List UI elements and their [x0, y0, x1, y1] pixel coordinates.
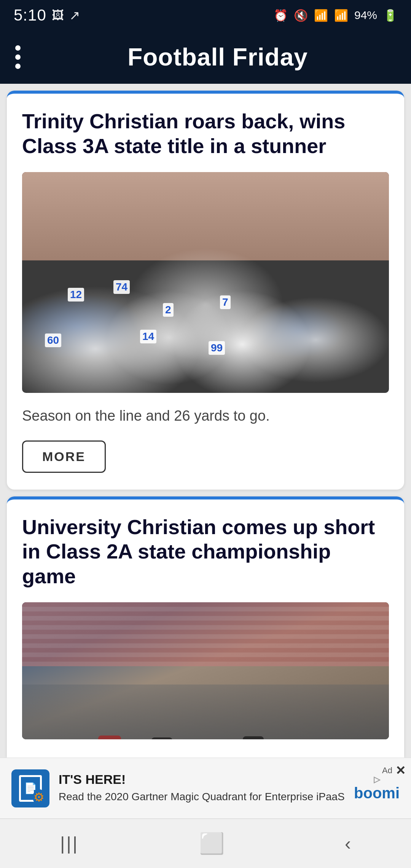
home-button[interactable]: ⬜ — [199, 831, 225, 855]
bottom-nav: ||| ⬜ ‹ — [0, 819, 411, 868]
article-2-title: University Christian comes up short in C… — [22, 515, 389, 589]
article-1-more-button[interactable]: MORE — [22, 440, 106, 473]
ad-close-area: Ad ✕ — [382, 763, 406, 778]
battery-level: 94% — [354, 9, 377, 22]
ad-icon: 📄 ⚙ — [11, 769, 49, 807]
signal-icon: 📶 — [334, 9, 348, 22]
wifi-icon: 📶 — [314, 9, 328, 22]
jersey-2: 2 — [163, 303, 174, 317]
back-button[interactable]: ‹ — [345, 833, 351, 854]
ad-subtext: Read the 2020 Gartner Magic Quadrant for… — [59, 789, 345, 804]
article-card-1: Trinity Christian roars back, wins Class… — [7, 91, 404, 490]
ad-gear-icon: ⚙ — [33, 789, 45, 805]
article-2-image — [22, 602, 389, 739]
ad-icon-inner: 📄 ⚙ — [19, 775, 42, 802]
article-1-title: Trinity Christian roars back, wins Class… — [22, 109, 389, 158]
article-card-2: University Christian comes up short in C… — [7, 496, 404, 758]
jersey-14: 14 — [140, 330, 156, 343]
alarm-icon: ⏰ — [274, 9, 288, 22]
status-left: 5:10 🖼 ↗ — [14, 6, 80, 24]
toolbar: Football Friday — [0, 30, 411, 84]
ad-logo: ▷ boomi — [354, 775, 400, 802]
recent-apps-button[interactable]: ||| — [60, 833, 79, 854]
menu-button[interactable] — [15, 45, 24, 69]
jersey-74: 74 — [113, 280, 130, 294]
ad-banner[interactable]: 📄 ⚙ IT'S HERE! Read the 2020 Gartner Mag… — [0, 758, 411, 819]
status-time: 5:10 — [14, 6, 46, 24]
mute-icon: 🔇 — [294, 9, 308, 22]
jersey-12: 12 — [68, 288, 84, 302]
article-1-summary: Season on the line and 26 yards to go. — [22, 405, 389, 427]
jersey-99: 99 — [209, 341, 225, 355]
ad-headline: IT'S HERE! — [59, 772, 345, 787]
app-title: Football Friday — [40, 43, 396, 71]
ad-text: IT'S HERE! Read the 2020 Gartner Magic Q… — [59, 772, 345, 804]
ad-close-button[interactable]: ✕ — [395, 763, 406, 778]
content-area: Trinity Christian roars back, wins Class… — [0, 84, 411, 758]
gallery-icon: 🖼 — [52, 8, 64, 22]
jersey-7: 7 — [220, 295, 231, 309]
ad-logo-text: boomi — [354, 785, 400, 801]
battery-icon: 🔋 — [383, 9, 397, 22]
screenshot-icon: ↗ — [69, 8, 80, 23]
ad-label: Ad — [382, 766, 392, 775]
status-bar: 5:10 🖼 ↗ ⏰ 🔇 📶 📶 94% 🔋 — [0, 0, 411, 30]
jersey-60: 60 — [45, 333, 61, 347]
article-1-image: 60 12 74 2 7 14 99 — [22, 172, 389, 393]
status-right: ⏰ 🔇 📶 📶 94% 🔋 — [274, 9, 397, 22]
